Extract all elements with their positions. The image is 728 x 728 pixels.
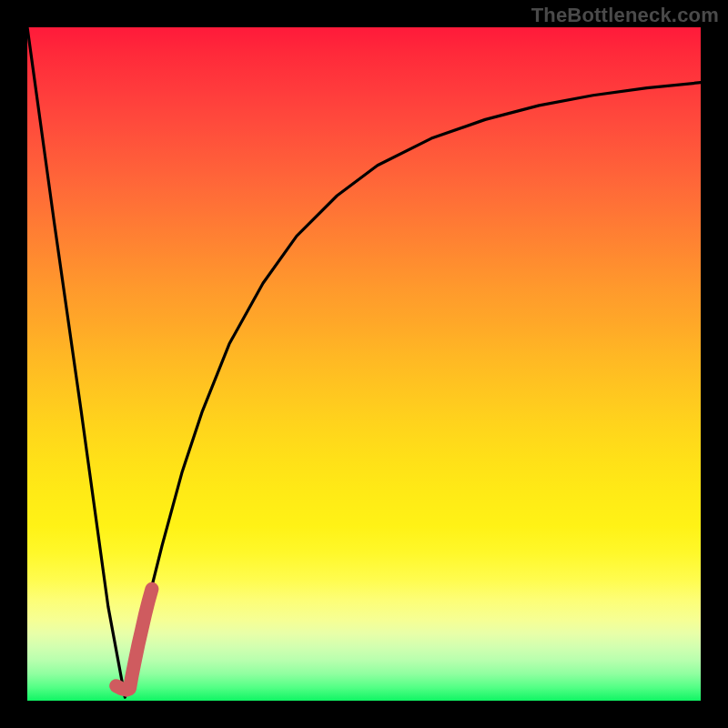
bottleneck-curve: [27, 27, 701, 697]
watermark-text: TheBottleneck.com: [531, 4, 719, 27]
curve-layer: [27, 27, 701, 701]
plot-area: [27, 27, 701, 701]
chart-frame: TheBottleneck.com: [0, 0, 728, 728]
